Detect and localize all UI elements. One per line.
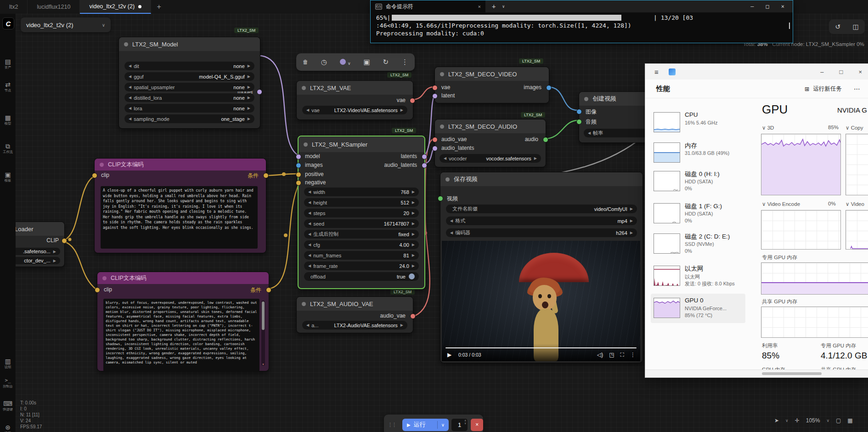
widget-steps[interactable]: steps20	[304, 209, 419, 217]
node-ltx2-sm-deco-audio[interactable]: LTX2_SM_DECO_AUDIO audio_vae audio_laten…	[434, 119, 546, 167]
widget-lora[interactable]: loranone	[124, 104, 254, 113]
input-port-video[interactable]	[438, 196, 443, 201]
terminal-tab[interactable]: C:\ 命令提示符 ×	[371, 0, 485, 12]
tm-title-bar[interactable]: ≡ – □ ×	[645, 64, 868, 80]
cancel-button[interactable]: ×	[471, 419, 483, 431]
input-port-image[interactable]	[576, 109, 582, 114]
widget-cfg[interactable]: cfg4.00	[304, 240, 419, 249]
sidebar-item-console[interactable]: >_ 控制台	[0, 377, 16, 389]
collapse-dot-icon[interactable]	[302, 86, 306, 90]
sidebar-item-nodes[interactable]: ⇄ 节点	[0, 81, 16, 93]
input-port-latent[interactable]	[432, 93, 438, 99]
input-port-negative[interactable]	[296, 180, 301, 186]
node-header[interactable]: LTX2_SM_DECO_VIDEO	[435, 67, 549, 81]
widget-vocoder[interactable]: vocoder vocoder.safetensors	[440, 154, 541, 163]
collapse-dot-icon[interactable]	[304, 142, 308, 147]
widget-filename-prefix[interactable]: 文件名前缀 video/ComfyUI	[446, 205, 637, 213]
node-header[interactable]: LTX2_SM_AUDIO_VAE	[297, 297, 413, 311]
node-ltx2-sm-ksampler[interactable]: LTX2_SM_KSampler model images positive n…	[298, 136, 425, 289]
input-port-model[interactable]	[296, 154, 301, 159]
fit-view-icon[interactable]: ▢	[836, 417, 841, 424]
chevron-down-icon[interactable]: ∨	[441, 422, 445, 427]
terminal-dropdown-icon[interactable]: ∨	[502, 4, 504, 9]
section-3d[interactable]: ∨ 3D	[762, 125, 774, 131]
section-video-encode[interactable]: ∨ Video Encode	[762, 201, 800, 207]
widget-vae-file[interactable]: vae LTX2-VideoVAE.safetensors	[302, 106, 407, 114]
node-header[interactable]: CLIP文本编码	[95, 159, 266, 171]
perf-item-disk1[interactable]: 磁盘 1 (F: G:) HDD (SATA) 0%	[651, 199, 745, 228]
widget-codec[interactable]: 编码器 h264	[446, 228, 637, 237]
widget-format[interactable]: 格式 mp4	[446, 216, 637, 225]
tab-lucidflux1210[interactable]: lucidflux1210	[28, 0, 80, 14]
panel-toggle-button[interactable]: ◫	[853, 23, 859, 30]
pip-icon[interactable]: ◳	[609, 352, 614, 358]
perf-item-memory[interactable]: 内存 31.0/63.8 GB (49%)	[651, 138, 745, 168]
prompt-scrollbar[interactable]: ▼	[261, 301, 265, 366]
clock-icon[interactable]: ◷	[321, 58, 327, 66]
input-port-vae[interactable]	[432, 85, 438, 91]
comfyui-logo-icon[interactable]: C	[2, 17, 14, 29]
perf-item-ethernet[interactable]: 以太网 以太网 发送: 0 接收: 8.0 Kbps	[651, 261, 745, 291]
section-video-decode[interactable]: ∨ Video	[845, 201, 864, 207]
widget-sampling-mode[interactable]: sampling_modeone_stage	[124, 114, 254, 123]
collapse-dot-icon[interactable]	[445, 177, 450, 182]
stepper-arrows-icon[interactable]: ∧∨	[464, 419, 466, 425]
scrollbar-thumb[interactable]	[262, 301, 265, 330]
widget-control-after-generate[interactable]: 生成后控制fixed	[304, 230, 419, 239]
widget-seed[interactable]: seed167147807	[304, 219, 419, 228]
widget-height[interactable]: height512	[304, 198, 419, 207]
input-port-audio[interactable]	[576, 119, 582, 125]
widget-gguf[interactable]: ggufmodel-Q4_K_S.gguf	[124, 72, 254, 81]
maximize-icon[interactable]: □	[840, 68, 843, 75]
input-port-clip[interactable]	[95, 287, 100, 293]
minimize-icon[interactable]: –	[750, 3, 754, 10]
sidebar-item-models[interactable]: ▦ 模型	[0, 114, 16, 126]
widget-offload-toggle[interactable]: offloadtrue	[304, 272, 419, 281]
node-create-video[interactable]: 创建视频 图像 音频 帧率	[579, 91, 653, 143]
terminal-title-bar[interactable]: C:\ 命令提示符 × + ∨ – □ ×	[371, 0, 793, 12]
negative-prompt-text[interactable]: blurry, out of focus, overexposed, under…	[103, 299, 259, 371]
close-icon[interactable]: ×	[858, 68, 862, 75]
maximize-icon[interactable]: □	[766, 3, 769, 10]
collapse-icon[interactable]: ▣	[363, 58, 370, 66]
sidebar-item-templates[interactable]: ▣ 模板	[0, 171, 16, 183]
widget-dit[interactable]: ditnone	[124, 62, 254, 70]
widget-spatial-upsampler[interactable]: spatial_upsamplernone	[124, 83, 254, 91]
widget-frame-rate[interactable]: frame_rate24.0	[304, 261, 419, 270]
input-port-audio-vae[interactable]	[432, 137, 438, 142]
sidebar-item-workflows[interactable]: ⧉ 工作流	[0, 142, 16, 154]
output-port-vae[interactable]	[410, 98, 415, 103]
batch-count-stepper[interactable]: 1 ∧∨	[451, 419, 468, 431]
node-clip-text-encode-negative[interactable]: CLIP文本编码 clip 条件 blurry, out of focus, o…	[97, 272, 269, 371]
positive-prompt-text[interactable]: A close-up of a cheerful girl puppet wit…	[101, 186, 258, 249]
run-button[interactable]: ▶ 运行 ∨	[402, 419, 449, 431]
collapse-dot-icon[interactable]	[124, 42, 128, 46]
task-manager-window[interactable]: ≡ – □ × 性能 ⊞ 运行新任务 ⋯ CPU 16% 5.46 GHz	[645, 63, 868, 378]
output-port-conditioning[interactable]	[263, 173, 269, 178]
sidebar-item-settings[interactable]: ⊛ 设置	[0, 424, 16, 432]
input-port-positive[interactable]	[296, 172, 301, 177]
collapse-dot-icon[interactable]	[440, 72, 444, 76]
perf-item-gpu0[interactable]: GPU 0 NVIDIA GeForce... 85% (72 °C)	[651, 294, 745, 323]
trash-icon[interactable]: 🗑	[303, 59, 308, 65]
run-new-task-button[interactable]: ⊞ 运行新任务	[805, 85, 842, 93]
workflow-selector[interactable]: video_ltx2_t2v (2) ∨	[21, 17, 111, 32]
output-port-clip[interactable]	[62, 238, 67, 244]
sidebar-item-assets[interactable]: ▤ 资产	[0, 58, 16, 70]
node-ltx2-sm-audio-vae[interactable]: LTX2_SM_AUDIO_VAE audio_vae a... LTX2-Au…	[296, 296, 413, 333]
more-options-icon[interactable]: ⋯	[854, 85, 860, 92]
node-header[interactable]: LTX2_SM_VAE	[297, 81, 413, 95]
perf-item-disk0[interactable]: 磁盘 0 (H: I:) HDD (SATA) 0%	[651, 167, 745, 196]
scrollbar-thumb[interactable]	[762, 372, 822, 375]
input-port-audio-latents[interactable]	[432, 146, 438, 151]
output-port-audio-latents[interactable]	[422, 163, 427, 168]
output-port-latents[interactable]	[422, 154, 427, 159]
collapse-dot-icon[interactable]	[302, 302, 306, 306]
node-header[interactable]: LTX2_SM_Model	[119, 37, 260, 51]
output-port-images[interactable]	[546, 85, 552, 91]
widget-audio-vae-file[interactable]: a... LTX2-AudioVAE.safetensors	[302, 321, 407, 330]
tab-video-ltx2-t2v[interactable]: video_ltx2_t2v (2)	[80, 0, 151, 14]
node-ltx2-sm-vae[interactable]: LTX2_SM_VAE vae vae LTX2-VideoVAE.safete…	[296, 80, 413, 120]
output-port-audio-vae[interactable]	[410, 313, 416, 319]
play-icon[interactable]: ▶	[447, 352, 451, 358]
